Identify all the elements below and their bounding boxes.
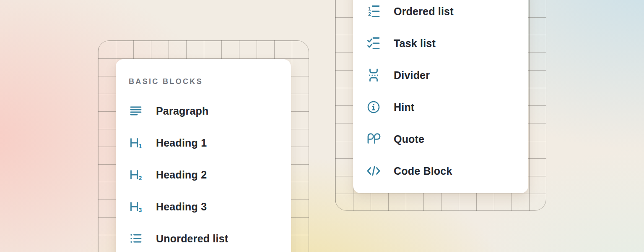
section-label-basic-blocks: BASIC BLOCKS (129, 77, 278, 86)
quote-icon (366, 132, 381, 146)
basic-blocks-item-list: Paragraph1Heading 12Heading 23Heading 3U… (129, 95, 278, 252)
menu-item-code-block[interactable]: Code Block (366, 155, 515, 187)
menu-item-label: Heading 2 (156, 169, 207, 181)
menu-item-divider[interactable]: Divider (366, 59, 515, 91)
menu-item-heading-1[interactable]: 1Heading 1 (129, 127, 278, 159)
heading-2-icon: 2 (129, 168, 143, 182)
svg-text:2: 2 (368, 11, 371, 17)
menu-item-label: Task list (394, 37, 436, 50)
menu-item-heading-2[interactable]: 2Heading 2 (129, 159, 278, 191)
more-blocks-item-list: 12Ordered listTask listDividerHintQuoteC… (366, 0, 515, 187)
ordered-list-icon: 12 (366, 4, 381, 18)
unordered-list-icon (129, 231, 143, 246)
menu-item-label: Paragraph (156, 105, 208, 117)
svg-text:3: 3 (139, 207, 142, 213)
menu-item-paragraph[interactable]: Paragraph (129, 95, 278, 127)
divider-icon (366, 68, 381, 82)
menu-item-label: Heading 3 (156, 201, 207, 213)
menu-item-task-list[interactable]: Task list (366, 27, 515, 59)
menu-item-label: Unordered list (156, 233, 228, 245)
menu-item-label: Divider (394, 69, 430, 81)
hint-icon (366, 100, 381, 114)
menu-item-label: Quote (394, 133, 424, 145)
code-block-icon (366, 164, 381, 178)
heading-1-icon: 1 (129, 136, 143, 150)
svg-text:1: 1 (139, 143, 142, 150)
menu-item-label: Ordered list (394, 5, 454, 18)
menu-item-unordered-list[interactable]: Unordered list (129, 223, 278, 252)
task-list-icon (366, 36, 381, 50)
menu-item-label: Code Block (394, 165, 452, 177)
menu-item-ordered-list[interactable]: 12Ordered list (366, 0, 515, 27)
svg-text:2: 2 (139, 175, 142, 181)
block-menu-card-right: 12Ordered listTask listDividerHintQuoteC… (353, 0, 528, 193)
menu-item-heading-3[interactable]: 3Heading 3 (129, 191, 278, 223)
menu-item-hint[interactable]: Hint (366, 91, 515, 123)
paragraph-icon (129, 104, 143, 118)
menu-item-quote[interactable]: Quote (366, 123, 515, 155)
menu-item-label: Hint (394, 101, 414, 113)
heading-3-icon: 3 (129, 200, 143, 214)
menu-item-label: Heading 1 (156, 137, 207, 149)
block-menu-card-left: BASIC BLOCKS Paragraph1Heading 12Heading… (116, 59, 291, 252)
